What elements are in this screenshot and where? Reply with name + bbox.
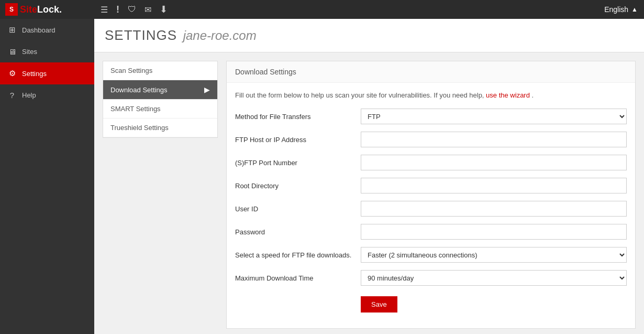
form-panel-header: Download Settings: [227, 61, 635, 83]
input-user-id[interactable]: [361, 201, 627, 217]
language-selector[interactable]: English ▲: [604, 5, 638, 14]
form-row-method: Method for File Transfers FTP SFTP FTPS: [235, 109, 627, 124]
sidebar-item-help[interactable]: ? Help: [0, 84, 94, 106]
sidebar-item-settings[interactable]: ⚙ Settings: [0, 62, 94, 84]
chevron-up-icon: ▲: [631, 6, 638, 13]
select-max-download[interactable]: 90 minutes/day 60 minutes/day 120 minute…: [361, 270, 627, 286]
page-header: SETTINGS jane-roe.com: [94, 19, 644, 52]
form-row-root-dir: Root Directory: [235, 178, 627, 193]
main-content: SETTINGS jane-roe.com Scan Settings Down…: [94, 19, 644, 334]
form-row-max-download: Maximum Download Time 90 minutes/day 60 …: [235, 270, 627, 286]
form-panel: Download Settings Fill out the form belo…: [226, 61, 636, 329]
form-row-user-id: User ID: [235, 201, 627, 217]
menu-item-download-settings[interactable]: Download Settings ▶: [103, 80, 217, 100]
form-row-save: Save: [235, 293, 627, 313]
save-button[interactable]: Save: [361, 296, 397, 313]
label-user-id: User ID: [235, 205, 361, 213]
settings-menu: Scan Settings Download Settings ▶ SMART …: [103, 61, 218, 138]
settings-icon: ⚙: [7, 69, 17, 78]
top-icons: ☰ ! 🛡 ✉ ⬇: [101, 4, 168, 15]
sidebar-item-dashboard-label: Dashboard: [22, 26, 55, 34]
help-icon: ?: [7, 91, 17, 100]
logo-icon: S: [5, 3, 18, 16]
menu-item-trueshield-settings[interactable]: Trueshield Settings: [103, 118, 217, 137]
input-password[interactable]: [361, 224, 627, 240]
email-icon[interactable]: ✉: [145, 5, 151, 15]
sites-icon: 🖥: [7, 47, 17, 56]
language-label: English: [604, 5, 628, 14]
input-ftp-host[interactable]: [361, 132, 627, 147]
sidebar-item-settings-label: Settings: [22, 70, 47, 78]
form-row-password: Password: [235, 224, 627, 240]
sidebar-item-help-label: Help: [22, 91, 36, 99]
label-password: Password: [235, 228, 361, 236]
page-title: SETTINGS: [105, 27, 177, 43]
form-row-ftp-speed: Select a speed for FTP file downloads. F…: [235, 247, 627, 263]
label-ftp-host: FTP Host or IP Address: [235, 136, 361, 144]
dashboard-icon: ⊞: [7, 25, 17, 35]
menu-icon[interactable]: ☰: [101, 5, 108, 15]
label-ftp-speed: Select a speed for FTP file downloads.: [235, 251, 361, 259]
logo-area: S SiteLock.: [0, 0, 94, 19]
form-row-ftp-host: FTP Host or IP Address: [235, 132, 627, 147]
select-ftp-speed[interactable]: Faster (2 simultaneous connections) Norm…: [361, 247, 627, 263]
input-root-dir[interactable]: [361, 178, 627, 193]
logo-text: SiteLock.: [20, 4, 62, 15]
label-root-dir: Root Directory: [235, 182, 361, 190]
form-description: Fill out the form below to help us scan …: [235, 91, 627, 99]
label-max-download: Maximum Download Time: [235, 274, 361, 282]
content-area: Scan Settings Download Settings ▶ SMART …: [94, 52, 644, 334]
form-panel-title: Download Settings: [235, 68, 296, 76]
form-panel-body: Fill out the form below to help us scan …: [227, 83, 635, 328]
menu-item-scan-settings[interactable]: Scan Settings: [103, 61, 217, 80]
select-method[interactable]: FTP SFTP FTPS: [361, 109, 627, 124]
sidebar: ⊞ Dashboard 🖥 Sites ⚙ Settings ? Help: [0, 19, 94, 334]
label-ftp-port: (S)FTP Port Number: [235, 159, 361, 167]
label-method: Method for File Transfers: [235, 113, 361, 121]
sidebar-item-sites[interactable]: 🖥 Sites: [0, 41, 94, 62]
input-ftp-port[interactable]: [361, 155, 627, 170]
sidebar-item-sites-label: Sites: [22, 48, 37, 56]
wizard-link[interactable]: use the wizard: [486, 91, 530, 99]
download-icon[interactable]: ⬇: [160, 4, 168, 15]
alert-icon[interactable]: !: [116, 4, 119, 15]
top-bar: ☰ ! 🛡 ✉ ⬇ English ▲: [94, 0, 644, 19]
form-row-ftp-port: (S)FTP Port Number: [235, 155, 627, 170]
page-domain: jane-roe.com: [183, 28, 257, 42]
shield-icon[interactable]: 🛡: [128, 5, 136, 14]
sidebar-item-dashboard[interactable]: ⊞ Dashboard: [0, 19, 94, 41]
menu-arrow-icon: ▶: [204, 85, 210, 94]
menu-item-smart-settings[interactable]: SMART Settings: [103, 100, 217, 118]
